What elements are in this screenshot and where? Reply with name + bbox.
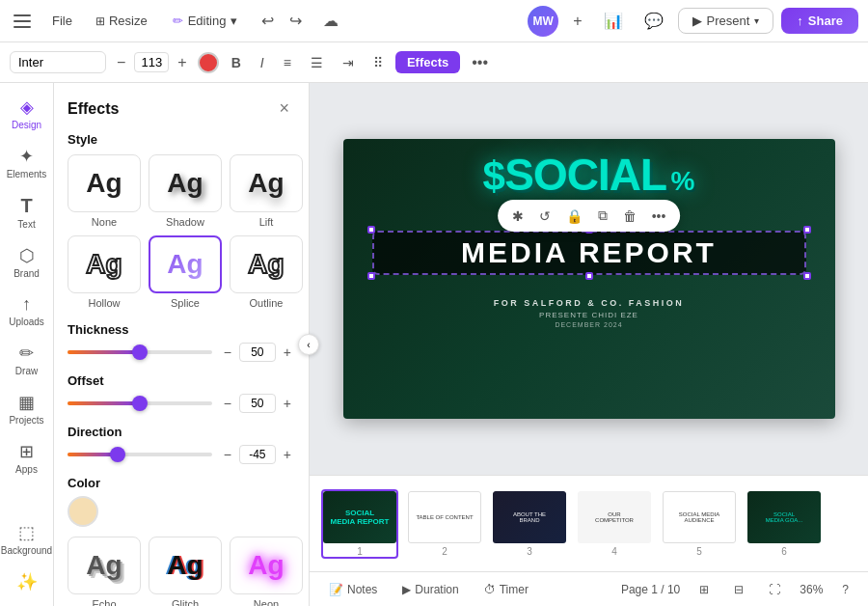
resize-btn[interactable]: ⊞ Resize: [88, 10, 155, 32]
grid-view-btn[interactable]: ⊞: [693, 580, 715, 599]
media-report-box[interactable]: MEDIA REPORT: [372, 231, 806, 275]
sidebar-item-brand[interactable]: ⬡ Brand: [4, 239, 50, 285]
font-size-decrease[interactable]: −: [112, 52, 130, 73]
main-layout: ◈ Design ✦ Elements T Text ⬡ Brand ↑ Upl…: [0, 83, 868, 606]
thumbnail-2[interactable]: TABLE OF CONTENT 2: [406, 489, 483, 559]
color-swatch[interactable]: [68, 496, 98, 527]
style-splice[interactable]: Ag Splice: [149, 235, 222, 309]
thumbnail-5[interactable]: SOCIAL MEDIAAUDIENCE 5: [661, 489, 738, 559]
comments-btn[interactable]: 💬: [637, 7, 670, 35]
thickness-thumb[interactable]: [132, 344, 148, 360]
thumb-num-5: 5: [663, 546, 736, 557]
ft-lock-btn[interactable]: 🔒: [561, 206, 587, 227]
thumbnail-6[interactable]: SOCIALMEDIA GOA... 6: [746, 489, 823, 559]
font-select[interactable]: [10, 51, 106, 73]
thickness-fill: [68, 350, 140, 354]
offset-thumb[interactable]: [132, 396, 148, 411]
analytics-btn[interactable]: 📊: [597, 7, 630, 35]
subtitle-1: FOR SALFORD & CO. FASHION: [343, 298, 835, 308]
thickness-decrease[interactable]: −: [220, 344, 235, 361]
style-shadow[interactable]: Ag Shadow: [149, 154, 222, 228]
ft-copy-btn[interactable]: ⧉: [593, 205, 612, 227]
style-hollow[interactable]: Ag Hollow: [68, 235, 141, 309]
thumbnail-3[interactable]: ABOUT THEBRAND 3: [491, 489, 568, 559]
offset-increase[interactable]: +: [280, 395, 295, 412]
close-panel-btn[interactable]: ×: [273, 96, 295, 121]
text-color-btn[interactable]: [198, 52, 219, 73]
ft-delete-btn[interactable]: 🗑: [618, 206, 641, 227]
style-lift[interactable]: Ag Lift: [230, 154, 303, 228]
thumbnail-1[interactable]: SOCIALMEDIA REPORT 1: [321, 489, 398, 559]
sidebar-item-elements[interactable]: ✦ Elements: [4, 140, 50, 185]
fullscreen-btn[interactable]: ⛶: [763, 580, 786, 599]
design-canvas[interactable]: $ SOCIAL % ✱ ↺ 🔒 ⧉ 🗑 •••: [343, 139, 835, 419]
direction-input[interactable]: [239, 445, 276, 464]
undo-btn[interactable]: ↩: [255, 7, 281, 35]
style-section-title: Style: [68, 132, 295, 147]
style-echo[interactable]: Ag Echo: [68, 537, 141, 606]
thumbnail-4[interactable]: OURCOMPETITOR 4: [576, 489, 653, 559]
sidebar-item-apps[interactable]: ⊞ Apps: [4, 435, 50, 481]
share-btn[interactable]: ↑ Share: [781, 8, 858, 34]
offset-input[interactable]: [239, 394, 276, 413]
direction-increase[interactable]: +: [280, 446, 295, 463]
present-view-btn[interactable]: ⊟: [728, 580, 749, 599]
ft-more-btn[interactable]: •••: [647, 206, 671, 227]
timer-btn[interactable]: ⏱ Timer: [478, 580, 534, 599]
bold-btn[interactable]: B: [225, 51, 248, 74]
bottom-style-grid: Ag Echo Ag Glitch Ag Neon: [68, 537, 295, 606]
sidebar-item-uploads[interactable]: ↑ Uploads: [4, 289, 50, 333]
hamburger-menu[interactable]: [10, 8, 37, 35]
thickness-increase[interactable]: +: [280, 344, 295, 361]
add-btn[interactable]: +: [566, 8, 588, 35]
style-glitch[interactable]: Ag Glitch: [149, 537, 222, 606]
indent-btn[interactable]: ⇥: [336, 51, 361, 74]
media-report-area: MEDIA REPORT: [372, 231, 806, 275]
ft-rotate-btn[interactable]: ↺: [534, 206, 556, 227]
offset-value-control: − +: [220, 394, 295, 413]
notes-btn[interactable]: 📝 Notes: [323, 580, 383, 599]
italic-btn[interactable]: I: [254, 51, 271, 74]
offset-track[interactable]: [68, 401, 212, 405]
effects-btn[interactable]: Effects: [395, 51, 460, 73]
ft-style-btn[interactable]: ✱: [507, 206, 529, 227]
notes-icon: 📝: [329, 583, 343, 596]
sidebar-item-projects[interactable]: ▦ Projects: [4, 386, 50, 431]
spacing-btn[interactable]: ⠿: [366, 51, 390, 74]
sidebar-item-design[interactable]: ◈ Design: [4, 91, 50, 136]
avatar[interactable]: MW: [528, 6, 558, 37]
font-size-increase[interactable]: +: [173, 52, 191, 73]
duration-btn[interactable]: ▶ Duration: [396, 580, 464, 599]
direction-thumb[interactable]: [110, 447, 125, 462]
sel-handle-bl: [367, 272, 375, 280]
direction-label: Direction: [68, 425, 295, 439]
redo-btn[interactable]: ↪: [283, 7, 309, 35]
color-label: Color: [68, 476, 295, 490]
direction-decrease[interactable]: −: [220, 446, 235, 463]
timer-icon: ⏱: [484, 583, 496, 596]
more-options-btn[interactable]: •••: [466, 50, 494, 75]
panel-header: Effects ×: [68, 96, 295, 121]
editing-btn[interactable]: ✏ Editing ▾: [163, 10, 248, 32]
file-menu[interactable]: File: [44, 10, 80, 32]
collapse-panel-btn[interactable]: ‹: [298, 334, 319, 355]
thickness-input[interactable]: [239, 343, 276, 362]
present-btn[interactable]: ▶ Present ▾: [678, 8, 774, 34]
style-none[interactable]: Ag None: [68, 154, 141, 228]
cloud-save-btn[interactable]: ☁: [316, 7, 345, 35]
style-grid: Ag None Ag Shadow Ag Lift Ag Hollow Ag S…: [68, 154, 295, 309]
sidebar-item-magic[interactable]: ✨: [4, 565, 50, 598]
sidebar-item-draw[interactable]: ✏ Draw: [4, 337, 50, 382]
align-left-btn[interactable]: ≡: [277, 51, 298, 74]
style-neon[interactable]: Ag Neon: [230, 537, 303, 606]
thickness-track[interactable]: [68, 350, 212, 354]
list-btn[interactable]: ☰: [304, 51, 330, 74]
sidebar-item-text[interactable]: T Text: [4, 189, 50, 235]
help-btn[interactable]: ?: [836, 580, 854, 599]
sidebar-item-background[interactable]: ⬚ Background: [4, 516, 50, 562]
font-size-input[interactable]: [134, 52, 169, 72]
direction-track[interactable]: [68, 453, 212, 456]
offset-decrease[interactable]: −: [220, 395, 235, 412]
style-outline[interactable]: Ag Outline: [230, 235, 303, 309]
offset-control: − +: [68, 394, 295, 413]
